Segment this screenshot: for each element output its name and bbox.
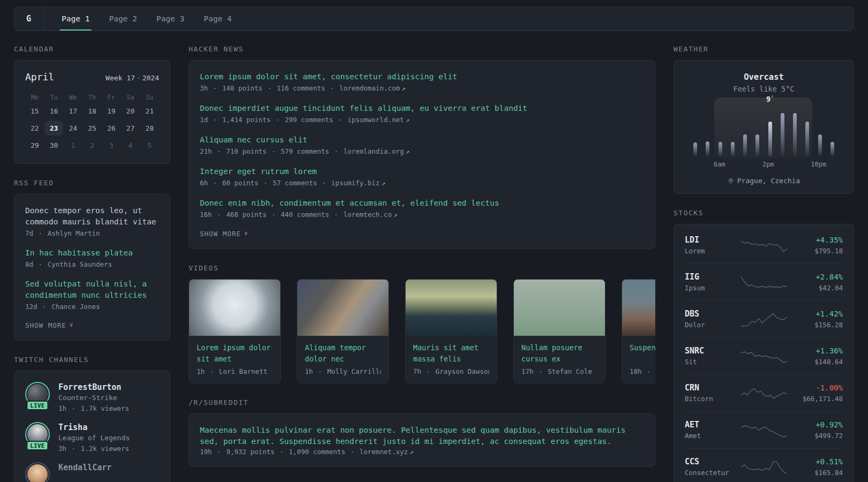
weather-hour-slot: 9° <box>727 105 739 156</box>
hackernews-item: Donec imperdiet augue tincidunt felis al… <box>200 103 644 124</box>
weather-bar <box>731 142 735 156</box>
stock-change: +0.92% <box>794 419 843 431</box>
channel-name-link[interactable]: ForrestBurton <box>58 382 129 393</box>
stock-sparkline <box>734 458 794 476</box>
hackernews-item-link[interactable]: Aliquam nec cursus elit <box>200 134 644 146</box>
stock-row[interactable]: DBS Dolor +1.42% $156.28 <box>685 300 843 337</box>
external-link-icon: ↗ <box>406 147 410 155</box>
weather-card: Overcast Feels like 5°C 9° <box>674 60 854 194</box>
page-tab[interactable]: Page 4 <box>197 7 238 31</box>
source-link[interactable]: ↗ <box>404 147 410 155</box>
external-link-icon: ↗ <box>381 179 386 187</box>
stock-price: $42.04 <box>794 283 843 293</box>
video-card[interactable]: Mauris sit amet massa felis 7h · Grayson… <box>405 279 497 383</box>
page-tabs: Page 1 Page 2 Page 3 Page 4 <box>43 7 245 31</box>
video-card[interactable]: Suspendisse diam 18h · Tara <box>622 279 655 383</box>
weekday-label: Tu <box>44 91 64 104</box>
right-column: WEATHER Overcast Feels like 5°C 9° <box>674 45 854 482</box>
stock-name: Bitcorn <box>685 394 734 404</box>
page-tab[interactable]: Page 1 <box>55 7 96 31</box>
video-thumbnail <box>297 280 388 336</box>
hackernews-item-meta: 21h · 710 points · 579 comments · loreml… <box>200 147 404 155</box>
video-meta: 1h · Lori Barnett <box>197 367 273 375</box>
twitch-channel-row[interactable]: LIVE KendallCarr <box>25 462 159 482</box>
twitch-channel-row[interactable]: LIVE Trisha League of Legends 3h · 1.2k … <box>25 422 159 454</box>
source-link[interactable]: ↗ <box>404 115 410 124</box>
rss-item-link[interactable]: In hac habitasse platea <box>25 247 159 259</box>
calendar-day: 29 <box>25 138 44 153</box>
time-label: 10pm <box>811 161 826 168</box>
live-badge: LIVE <box>26 401 48 410</box>
hackernews-item-link[interactable]: Donec imperdiet augue tincidunt felis al… <box>200 103 644 114</box>
hackernews-item-link[interactable]: Lorem ipsum dolor sit amet, consectetur … <box>200 71 644 82</box>
rss-item-link[interactable]: Donec tempor eros leo, ut commodo mauris… <box>25 205 159 228</box>
channel-name-link[interactable]: Trisha <box>58 422 130 433</box>
calendar-day: 21 <box>140 104 159 118</box>
stock-row[interactable]: CCS Consectetur +0.51% $165.84 <box>685 448 843 482</box>
calendar-day: 27 <box>121 121 140 135</box>
middle-column: HACKER NEWS Lorem ipsum dolor sit amet, … <box>189 45 655 467</box>
calendar-day: 26 <box>102 121 121 135</box>
hackernews-item: Lorem ipsum dolor sit amet, consectetur … <box>200 71 644 92</box>
hackernews-item-link[interactable]: Integer eget rutrum lorem <box>200 166 644 177</box>
video-meta: 18h · Tara <box>630 367 655 375</box>
page-tab[interactable]: Page 2 <box>102 7 143 31</box>
stock-symbol: IIG <box>685 272 734 283</box>
subreddit-post-link[interactable]: Maecenas mollis pulvinar erat non posuer… <box>200 425 644 447</box>
app-logo[interactable]: G <box>14 7 43 31</box>
stock-row[interactable]: SNRC Sit +1.36% $148.64 <box>685 337 843 374</box>
dot-separator: · <box>135 74 143 82</box>
weekday-label: Th <box>83 91 102 104</box>
stock-row[interactable]: CRN Bitcorn -1.00% $66,171.48 <box>685 374 843 411</box>
video-title-link[interactable]: Mauris sit amet massa felis <box>413 342 489 365</box>
stock-row[interactable]: IIG Ipsum +2.84% $42.04 <box>685 263 843 300</box>
subreddit-card: Maecenas mollis pulvinar erat non posuer… <box>189 413 655 467</box>
video-title-link[interactable]: Aliquam tempor dolor nec pharetra… <box>305 342 381 365</box>
rss-item: Donec tempor eros leo, ut commodo mauris… <box>25 205 159 237</box>
channel-name-link[interactable]: KendallCarr <box>58 462 111 473</box>
rss-item-link[interactable]: Sed volutpat nulla nisl, a condimentum n… <box>25 278 159 301</box>
page-tab-label: Page 2 <box>109 14 137 23</box>
weather-bar <box>781 113 784 156</box>
rss-show-more-button[interactable]: SHOW MORE∨ <box>25 321 73 329</box>
stock-change: +1.42% <box>794 308 843 320</box>
dashboard-columns: CALENDAR April Week 17·2024 MoTuWeThFrSa… <box>14 45 854 482</box>
stocks-section-title: STOCKS <box>674 209 854 217</box>
hackernews-show-more-button[interactable]: SHOW MORE∨ <box>200 230 248 238</box>
video-card[interactable]: Nullam posuere cursus ex 17h · Stefan Co… <box>513 279 605 383</box>
calendar-day: 3 <box>102 138 121 153</box>
stock-symbol: AET <box>685 419 734 431</box>
source-link[interactable]: ↗ <box>392 210 398 219</box>
hackernews-item-link[interactable]: Donec enim nibh, condimentum et accumsan… <box>200 198 644 209</box>
hackernews-item: Donec enim nibh, condimentum et accumsan… <box>200 198 644 219</box>
video-title-link[interactable]: Lorem ipsum dolor sit amet consectetu… <box>197 342 273 365</box>
source-link[interactable]: ↗ <box>380 178 386 187</box>
weather-bar <box>805 122 809 156</box>
page-tab[interactable]: Page 3 <box>150 7 191 31</box>
stock-name: Dolor <box>685 320 734 330</box>
hackernews-item-meta: 3h · 148 points · 116 comments · loremdo… <box>200 84 400 92</box>
stock-row[interactable]: AET Amet +0.92% $499.72 <box>685 411 843 448</box>
weather-hourly-chart: 9° 9° 9° <box>689 105 839 156</box>
hackernews-item-meta: 16h · 468 points · 440 comments · loremt… <box>200 210 392 219</box>
stocks-widget: STOCKS LDI Lorem + <box>674 209 854 482</box>
live-badge: LIVE <box>26 441 48 450</box>
stock-row[interactable]: LDI Lorem +4.35% $795.18 <box>685 227 843 263</box>
stock-change: -1.00% <box>794 382 843 394</box>
calendar-day: 23 <box>44 121 64 135</box>
source-link[interactable]: ↗ <box>400 84 406 92</box>
stock-name: Consectetur <box>685 468 734 478</box>
twitch-card: LIVE ForrestBurton Counter-Strike 1h · 1… <box>14 371 170 482</box>
source-link[interactable]: ↗ <box>408 447 414 456</box>
page-tab-label: Page 1 <box>62 14 89 23</box>
current-temp-label: 9° <box>766 95 774 103</box>
twitch-channel-row[interactable]: LIVE ForrestBurton Counter-Strike 1h · 1… <box>25 382 159 413</box>
stock-sparkline <box>734 348 794 365</box>
video-card[interactable]: Lorem ipsum dolor sit amet consectetu… 1… <box>189 279 281 383</box>
video-title-link[interactable]: Nullam posuere cursus ex <box>521 342 597 365</box>
stock-change: +4.35% <box>794 235 843 246</box>
stock-sparkline <box>734 311 794 328</box>
time-label <box>799 161 811 168</box>
video-title-link[interactable]: Suspendisse diam <box>630 342 655 365</box>
video-card[interactable]: Aliquam tempor dolor nec pharetra… 1h · … <box>297 279 389 383</box>
